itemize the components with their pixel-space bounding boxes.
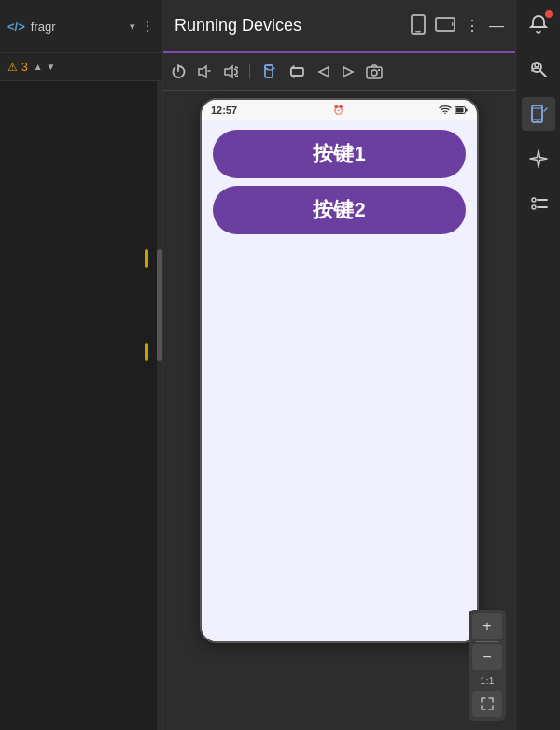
warning-icon: ⚠ [7, 61, 18, 74]
minimize-icon[interactable]: — [489, 18, 504, 35]
more-options-icon[interactable]: ⋮ [465, 17, 480, 35]
svg-rect-13 [378, 69, 380, 71]
code-icon: </> [7, 20, 25, 34]
button1-label: 按键1 [313, 140, 365, 168]
zoom-in-button[interactable]: + [472, 613, 502, 639]
zoom-divider [476, 641, 498, 642]
left-content [0, 81, 162, 730]
alarm-icon: ⏰ [333, 105, 343, 115]
zoom-ratio: 1:1 [480, 672, 494, 689]
notification-badge [544, 9, 553, 19]
right-panel [515, 0, 560, 730]
screen-container: 12:57 ⏰ [163, 91, 515, 730]
svg-rect-17 [466, 108, 468, 111]
svg-marker-4 [199, 66, 206, 77]
left-scroll-indicators [145, 249, 148, 361]
zoom-expand-button[interactable] [472, 691, 502, 717]
more-options-icon[interactable]: ⋮ [141, 19, 155, 34]
arrow-up-icon[interactable]: ▲ [34, 62, 43, 72]
zoom-out-button[interactable]: − [472, 644, 502, 670]
scrollbar-thumb[interactable] [157, 249, 162, 361]
svg-marker-9 [319, 67, 329, 77]
screenshot-button[interactable] [366, 64, 383, 79]
battery-icon [455, 105, 468, 116]
phone-content: 按键1 按键2 [202, 120, 477, 641]
warning-count: 3 [21, 61, 28, 74]
rotate-landscape-button[interactable] [289, 63, 306, 80]
status-time: 12:57 [211, 105, 237, 116]
tablet-icon[interactable] [435, 17, 455, 35]
zoom-controls: + − 1:1 [469, 610, 506, 721]
svg-marker-6 [225, 66, 232, 77]
list-settings-icon[interactable] [522, 187, 555, 220]
svg-line-20 [540, 71, 546, 77]
sparkle-icon[interactable] [522, 142, 555, 175]
svg-rect-16 [455, 107, 463, 112]
back-nav-button[interactable] [317, 65, 330, 78]
scrollbar-track [157, 81, 162, 730]
button1[interactable]: 按键1 [213, 130, 466, 178]
scroll-indicator-bottom [145, 343, 148, 361]
svg-rect-8 [291, 68, 303, 76]
left-sidebar: </> fragr ▾ ⋮ ⚠ 3 ▲ ▼ [0, 0, 163, 730]
svg-rect-3 [452, 22, 454, 26]
svg-point-19 [535, 63, 539, 67]
notification-icon[interactable] [522, 7, 555, 41]
svg-point-14 [444, 112, 446, 114]
svg-line-25 [544, 108, 547, 111]
svg-marker-10 [343, 67, 353, 77]
rotate-portrait-button[interactable] [261, 63, 278, 80]
main-area: Running Devices ⋮ — [163, 0, 515, 730]
warning-bar: ⚠ 3 ▲ ▼ [0, 53, 162, 81]
svg-point-27 [532, 205, 536, 209]
scroll-indicator-top [145, 249, 148, 268]
arrow-down-icon[interactable]: ▼ [47, 62, 56, 72]
separator1 [249, 64, 250, 79]
forward-nav-button[interactable] [342, 65, 355, 78]
svg-rect-7 [265, 65, 273, 77]
svg-point-24 [536, 120, 538, 122]
power-button[interactable] [171, 64, 186, 79]
svg-point-26 [532, 198, 536, 202]
plus-icon: + [483, 618, 491, 635]
button2[interactable]: 按键2 [213, 186, 466, 234]
phone-status-bar: 12:57 ⏰ [202, 100, 477, 120]
title-bar: Running Devices ⋮ — [163, 0, 515, 53]
volume-down-button[interactable] [197, 64, 212, 79]
device-frame-icon[interactable] [522, 97, 555, 131]
status-right-icons [439, 105, 468, 116]
toolbar [163, 53, 515, 91]
wifi-icon [439, 105, 452, 116]
svg-rect-11 [367, 67, 382, 78]
chevron-down-icon[interactable]: ▾ [130, 21, 135, 33]
minus-icon: − [483, 649, 491, 666]
title-icons: ⋮ — [411, 14, 504, 38]
phone-icon[interactable] [411, 14, 426, 38]
left-header: </> fragr ▾ ⋮ [0, 0, 162, 53]
volume-up-button[interactable] [223, 64, 238, 79]
svg-point-12 [371, 70, 377, 76]
page-title: Running Devices [175, 16, 403, 35]
project-name: fragr [31, 20, 124, 34]
svg-rect-1 [415, 31, 421, 33]
phone-frame: 12:57 ⏰ [202, 100, 477, 641]
person-search-icon[interactable] [522, 52, 555, 86]
button2-label: 按键2 [313, 196, 365, 224]
